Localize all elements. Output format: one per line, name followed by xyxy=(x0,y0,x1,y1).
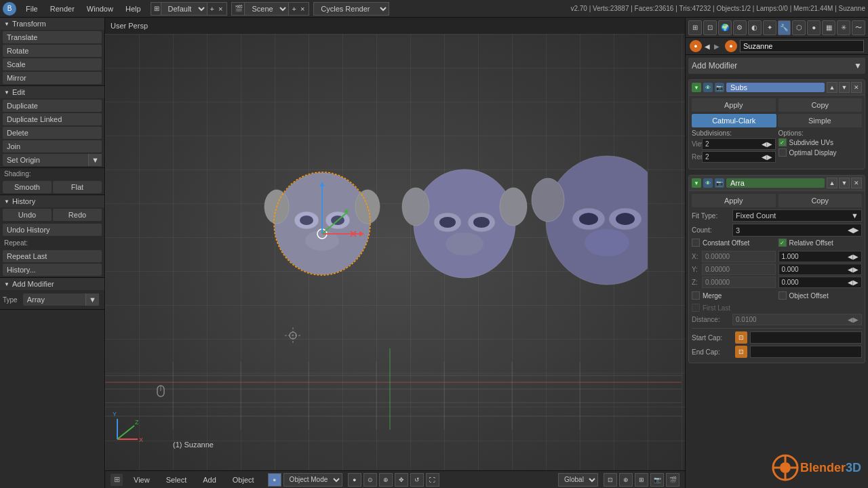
mirror-btn[interactable]: Mirror xyxy=(3,72,102,84)
redo-btn[interactable]: Redo xyxy=(53,209,102,221)
grid-btn[interactable]: ⊞ xyxy=(635,473,648,487)
mod-arr-eye[interactable]: 👁 xyxy=(703,178,713,188)
mod-sub-down[interactable]: ▼ xyxy=(839,82,850,93)
r-icon-particles[interactable]: ✳ xyxy=(837,20,850,35)
mod-arr-delete[interactable]: ✕ xyxy=(851,178,862,188)
nav-arrow-right[interactable]: ▶ xyxy=(714,43,719,50)
menu-file[interactable]: File xyxy=(20,3,43,14)
flat-btn[interactable]: Flat xyxy=(53,181,102,193)
snap-btn[interactable]: ⊡ xyxy=(604,473,617,487)
viewport[interactable]: User Persp xyxy=(105,18,685,488)
sub-render-value[interactable]: 2 ◀▶ xyxy=(702,151,776,163)
mod-arr-toggle[interactable]: ▼ xyxy=(692,178,701,188)
history-btn[interactable]: History... xyxy=(3,264,102,276)
merge-check[interactable]: ✓ xyxy=(692,291,700,300)
tool-4[interactable]: ✥ xyxy=(395,473,408,487)
tool-3[interactable]: ⊕ xyxy=(379,473,393,487)
render-btn[interactable]: 🎬 xyxy=(666,473,679,487)
r-icon-data[interactable]: ⬡ xyxy=(792,20,806,35)
scene-close[interactable]: × xyxy=(299,5,306,13)
z-value[interactable]: 0.00000 xyxy=(702,277,776,288)
arr-apply-btn[interactable]: Apply xyxy=(692,194,776,207)
layout-selector[interactable]: Default xyxy=(161,2,208,16)
arr-copy-btn[interactable]: Copy xyxy=(778,194,863,207)
end-cap-field[interactable] xyxy=(750,346,862,358)
scale-btn[interactable]: Scale xyxy=(3,58,102,70)
object-mode-circle[interactable]: ● xyxy=(268,473,281,487)
layout-close[interactable]: × xyxy=(217,5,224,13)
tool-6[interactable]: ⛶ xyxy=(426,473,439,487)
add-modifier-btn[interactable]: Add Modifier ▼ xyxy=(688,58,865,74)
sub-tab-simple[interactable]: Simple xyxy=(778,114,863,127)
tool-1[interactable]: ● xyxy=(348,473,361,487)
r-icon-world[interactable]: ⚙ xyxy=(733,20,747,35)
r-icon-modifier[interactable]: 🔧 xyxy=(778,20,791,35)
sub-view-value[interactable]: 2 ◀▶ xyxy=(702,138,776,150)
duplicate-btn[interactable]: Duplicate xyxy=(3,100,102,112)
mod-arr-render[interactable]: 📷 xyxy=(715,178,724,188)
object-mode-selector[interactable]: Object Mode Edit Mode xyxy=(283,473,342,487)
r-icon-material[interactable]: ● xyxy=(807,20,821,35)
mod-sub-up[interactable]: ▲ xyxy=(827,82,837,93)
mod-sub-render[interactable]: 📷 xyxy=(715,83,724,92)
r-icon-constraint[interactable]: ✦ xyxy=(763,20,776,35)
mod-arr-down[interactable]: ▼ xyxy=(839,178,850,188)
engine-selector[interactable]: Cycles Render Blender Render xyxy=(313,2,389,16)
repeat-last-btn[interactable]: Repeat Last xyxy=(3,250,102,262)
obj-offset-check[interactable]: ✓ xyxy=(778,291,787,300)
menu-render[interactable]: Render xyxy=(45,3,80,14)
mod-arr-up[interactable]: ▲ xyxy=(827,178,837,188)
smooth-btn[interactable]: Smooth xyxy=(3,181,52,193)
nav-arrow-left[interactable]: ◀ xyxy=(705,43,710,50)
tool-2[interactable]: ⊙ xyxy=(363,473,377,487)
view-menu[interactable]: View xyxy=(128,474,155,485)
type-dropdown[interactable]: Array ▼ xyxy=(23,293,99,306)
blender-icon[interactable]: B xyxy=(3,2,16,16)
sub-tab-catmul[interactable]: Catmul-Clark xyxy=(692,114,776,127)
mod-sub-eye[interactable]: 👁 xyxy=(703,83,713,92)
fit-type-dropdown[interactable]: Fixed Count ▼ xyxy=(732,209,862,222)
undo-history-btn[interactable]: Undo History xyxy=(3,224,102,236)
menu-help[interactable]: Help xyxy=(120,3,146,14)
r-icon-object[interactable]: ◐ xyxy=(748,20,762,35)
r-icon-render[interactable]: ⊡ xyxy=(703,20,717,35)
object-name-input[interactable] xyxy=(740,40,864,52)
y-value[interactable]: 0.00000 xyxy=(702,264,776,275)
menu-window[interactable]: Window xyxy=(81,3,119,14)
camera-btn[interactable]: 📷 xyxy=(650,473,664,487)
x-value[interactable]: 0.00000 xyxy=(702,251,776,262)
mod-sub-toggle[interactable]: ▼ xyxy=(692,83,701,92)
global-selector[interactable]: Global Local xyxy=(558,473,598,487)
start-cap-icon[interactable]: ⊡ xyxy=(735,331,747,344)
start-cap-field[interactable] xyxy=(750,331,862,344)
rel-offset-check[interactable]: ✓ xyxy=(778,239,787,247)
r-icon-texture[interactable]: ▦ xyxy=(822,20,835,35)
duplicate-linked-btn[interactable]: Duplicate Linked xyxy=(3,113,102,125)
add-modifier-header[interactable]: ▼ Add Modifier xyxy=(0,278,104,290)
translate-btn[interactable]: Translate xyxy=(3,31,102,43)
sub-copy-btn[interactable]: Copy xyxy=(778,98,863,112)
end-cap-icon[interactable]: ⊡ xyxy=(735,346,747,358)
join-btn[interactable]: Join xyxy=(3,140,102,152)
rz-value[interactable]: 0.000 ◀▶ xyxy=(778,277,863,288)
object-menu[interactable]: Object xyxy=(227,474,260,485)
r-icon-camera[interactable]: ⊞ xyxy=(688,20,702,35)
mod-sub-delete[interactable]: ✕ xyxy=(851,82,862,93)
distance-value[interactable]: 0.0100 ◀▶ xyxy=(732,314,862,325)
rx-value[interactable]: 1.000 ◀▶ xyxy=(778,251,863,262)
scene-selector[interactable]: Scene xyxy=(244,2,289,16)
view-icon[interactable]: ⊞ xyxy=(111,474,123,486)
rotate-btn[interactable]: Rotate xyxy=(3,45,102,57)
sub-optimal-check[interactable]: ✓ xyxy=(778,148,787,157)
r-icon-scene[interactable]: 🌍 xyxy=(718,20,732,35)
count-value[interactable]: 3 ◀▶ xyxy=(732,224,862,237)
const-offset-check[interactable]: ✓ xyxy=(692,239,700,247)
scene-add[interactable]: + xyxy=(290,5,297,13)
sub-apply-btn[interactable]: Apply xyxy=(692,98,776,112)
sub-uvs-check[interactable]: ✓ xyxy=(778,138,787,146)
proportional-btn[interactable]: ⊕ xyxy=(619,473,633,487)
edit-header[interactable]: ▼ Edit xyxy=(0,86,104,98)
ry-value[interactable]: 0.000 ◀▶ xyxy=(778,264,863,275)
tool-5[interactable]: ↺ xyxy=(410,473,424,487)
set-origin-dropdown[interactable]: Set Origin ▼ xyxy=(3,154,102,166)
